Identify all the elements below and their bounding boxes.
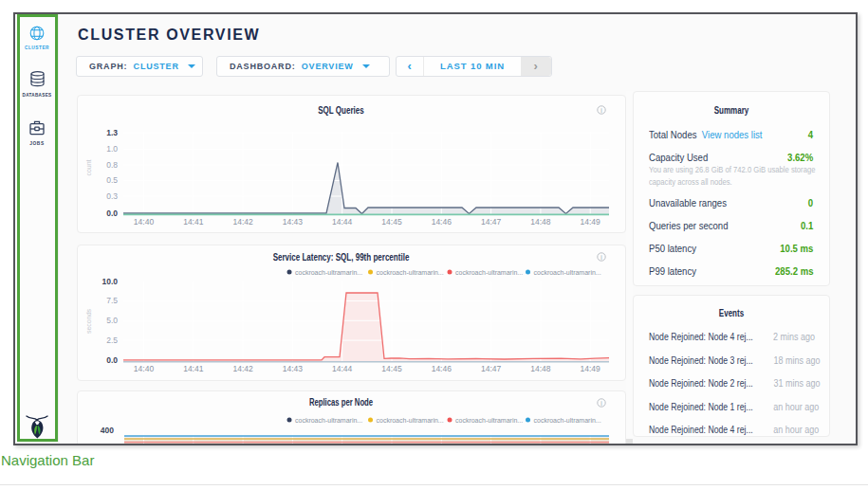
svg-text:14:48: 14:48 [530,217,551,227]
svg-text:14:44: 14:44 [332,364,353,373]
svg-text:14:41: 14:41 [183,217,204,227]
svg-text:2.5: 2.5 [106,336,118,345]
svg-text:cockroach-ultramarin...: cockroach-ultramarin... [534,417,601,424]
svg-text:14:46: 14:46 [432,217,452,227]
svg-text:cockroach-ultramarin...: cockroach-ultramarin... [377,417,444,424]
svg-text:0.8: 0.8 [106,160,118,170]
svg-text:cockroach-ultramarin...: cockroach-ultramarin... [295,417,362,424]
svg-text:14:46: 14:46 [432,364,452,373]
svg-text:14:45: 14:45 [381,364,402,373]
svg-text:i: i [600,254,601,261]
svg-text:0.0: 0.0 [106,355,118,365]
svg-text:14:47: 14:47 [481,217,502,227]
svg-text:14:44: 14:44 [332,217,353,227]
svg-text:7.5: 7.5 [106,296,118,305]
svg-text:0.0: 0.0 [106,209,118,218]
svg-text:cockroach-ultramarin...: cockroach-ultramarin... [295,269,362,276]
svg-text:seconds: seconds [85,308,92,334]
svg-text:14:43: 14:43 [283,364,304,373]
svg-text:14:42: 14:42 [232,364,253,373]
svg-text:14:49: 14:49 [581,364,601,373]
svg-text:1.0: 1.0 [106,144,118,154]
svg-text:count: count [85,159,92,175]
svg-text:0.3: 0.3 [106,191,118,201]
svg-text:14:49: 14:49 [581,217,601,227]
svg-text:5.0: 5.0 [106,316,118,325]
svg-text:14:40: 14:40 [134,364,155,373]
svg-text:i: i [600,107,601,114]
svg-text:14:42: 14:42 [232,217,253,227]
svg-text:14:40: 14:40 [134,217,155,227]
svg-text:1.3: 1.3 [106,128,118,137]
svg-text:14:43: 14:43 [283,217,304,227]
svg-text:14:41: 14:41 [183,364,204,373]
svg-text:cockroach-ultramarin...: cockroach-ultramarin... [455,417,523,424]
svg-text:cockroach-ultramarin...: cockroach-ultramarin... [377,269,444,276]
svg-text:10.0: 10.0 [102,277,118,286]
svg-text:i: i [600,400,601,407]
svg-text:14:48: 14:48 [530,364,551,373]
svg-text:cockroach-ultramarin...: cockroach-ultramarin... [455,269,523,276]
svg-text:400: 400 [101,426,114,435]
svg-text:14:47: 14:47 [481,364,502,373]
svg-text:cockroach-ultramarin...: cockroach-ultramarin... [534,269,601,276]
svg-text:0.5: 0.5 [106,175,118,185]
svg-text:14:45: 14:45 [381,217,402,227]
